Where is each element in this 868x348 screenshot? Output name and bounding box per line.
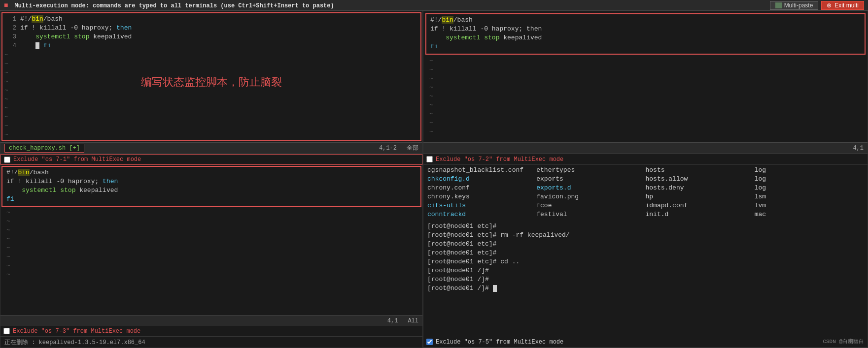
file-conntrack: conntrackd (427, 210, 536, 219)
file-cgsnapshot: cgsnapshot_blacklist.conf (427, 166, 536, 175)
checkbox-row-br5: Exclude "os 7-5" from MultiExec mode (423, 337, 868, 348)
file-hp: hp (646, 192, 755, 201)
bl-line-4: fi (4, 195, 418, 204)
term-line-4: [root@node01 etc]# (427, 249, 864, 257)
term-line-5: [root@node01 etc]# cd .. (427, 257, 864, 266)
bl-tilde-5: ~ (4, 244, 418, 253)
file-log3: log (755, 184, 864, 192)
tr-tilde-3: ~ (427, 74, 864, 83)
file-ethertypes: ethertypes (536, 166, 645, 175)
bl-tilde-6: ~ (4, 253, 418, 261)
code-area-tl[interactable]: 1 #!/bin/bash 2 if ! killall -0 haproxy;… (1, 12, 421, 141)
tilde-2: ~ (2, 60, 420, 68)
code-line-3: 3 systemctl stop keepalived (2, 33, 420, 42)
exclude-os71-checkbox[interactable] (4, 157, 10, 163)
tr-tilde-7: ~ (427, 110, 864, 119)
tr-tilde-9: ~ (427, 127, 864, 136)
top-bar-buttons: Multi-paste ⊗ Exit multi (770, 1, 864, 10)
exit-multi-button[interactable]: ⊗ Exit multi (821, 1, 864, 10)
quadrant-bottom-left: Exclude "os 7-1" from MultiExec mode #!/… (0, 154, 423, 348)
file-idmapd: idmapd.conf (646, 201, 755, 210)
logo-icon: ■ (4, 1, 8, 9)
exclude-os72-checkbox[interactable] (426, 156, 433, 162)
tilde-7: ~ (2, 104, 420, 113)
code-area-bl: #!/bin/bash if ! killall -0 haproxy; the… (1, 166, 421, 207)
top-bar: ■ Multi-execution mode: commands are typ… (0, 0, 868, 11)
file-favicon: favicon.png (536, 192, 645, 201)
term-line-8: [root@node01 /]# (427, 284, 864, 293)
status-bar-bl: 4,1 All (0, 315, 422, 326)
tilde-5: ~ (2, 86, 420, 95)
exclude-os71-label: Exclude "os 7-1" from MultiExec mode (13, 156, 141, 163)
tr-line-4: fi (428, 43, 863, 52)
checkbox-row-bl: Exclude "os 7-1" from MultiExec mode (0, 154, 422, 165)
file-listing-grid: cgsnapshot_blacklist.conf chkconfig.d ch… (423, 165, 868, 220)
file-col-1: cgsnapshot_blacklist.conf chkconfig.d ch… (427, 166, 536, 219)
tr-line-3: systemctl stop keepalived (428, 34, 863, 43)
term-line-2: [root@node01 etc]# rm -rf keepalived/ (427, 231, 864, 240)
file-chronyconf: chrony.conf (427, 184, 536, 192)
status-bar-tr: 4,1 (423, 142, 868, 153)
position-bl: 4,1 (387, 317, 398, 324)
file-col-4: log log log lsm lvm mac (755, 166, 864, 219)
cursor (493, 285, 497, 292)
paste-icon (775, 2, 782, 8)
exclude-os73-checkbox[interactable] (3, 328, 10, 334)
tilde-10: ~ (2, 130, 420, 139)
quadrant-bottom-right: Exclude "os 7-2" from MultiExec mode cgs… (423, 154, 868, 348)
code-line-1: 1 #!/bin/bash (2, 15, 420, 24)
file-exportsd: exports.d (536, 184, 645, 192)
file-initd: init.d (646, 210, 755, 219)
exclude-os72-label: Exclude "os 7-2" from MultiExec mode (436, 156, 563, 163)
tilde-8: ~ (2, 113, 420, 122)
csdn-watermark: CSDN @白幽幽白 (823, 338, 864, 345)
code-line-2: 2 if ! killall -0 haproxy; then (2, 24, 420, 33)
quadrant-top-left: 1 #!/bin/bash 2 if ! killall -0 haproxy;… (0, 11, 423, 154)
multi-paste-button[interactable]: Multi-paste (770, 1, 819, 10)
file-hostsallow: hosts.allow (646, 175, 755, 184)
exclude-os75-checkbox[interactable] (426, 339, 433, 345)
file-festival: festival (536, 210, 645, 219)
tilde-9: ~ (2, 122, 420, 130)
tr-line-2: if ! killall -0 haproxy; then (428, 25, 863, 34)
exclude-os75-label: Exclude "os 7-5" from MultiExec mode (436, 339, 563, 346)
bl-line-1: #!/bin/bash (4, 169, 418, 178)
tilde-1: ~ (2, 51, 420, 60)
bl-line-3: systemctl stop keepalived (4, 187, 418, 195)
file-col-3: hosts hosts.allow hosts.deny hp idmapd.c… (646, 166, 755, 219)
file-hosts: hosts (646, 166, 755, 175)
bl-tilde-3: ~ (4, 226, 418, 235)
terminal-area-br[interactable]: [root@node01 etc]# [root@node01 etc]# rm… (423, 220, 868, 337)
bottom-strip-bl: 正在删除 : keepalived-1.3.5-19.el7.x86_64 (0, 337, 422, 348)
file-log1: log (755, 166, 864, 175)
tilde-6: ~ (2, 95, 420, 104)
tr-line-1: #!/bin/bash (428, 16, 863, 25)
position-tr: 4,1 (853, 145, 864, 152)
tr-tilde-5: ~ (427, 92, 864, 101)
top-bar-title: ■ Multi-execution mode: commands are typ… (4, 1, 334, 9)
file-lsm: lsm (755, 192, 864, 201)
tilde-3: ~ (2, 68, 420, 77)
exit-icon: ⊗ (827, 2, 832, 9)
bl-tilde-2: ~ (4, 217, 418, 226)
tr-tilde-6: ~ (427, 101, 864, 110)
mode-bl: All (408, 317, 418, 324)
term-line-7: [root@node01 /]# (427, 275, 864, 284)
bottom-status-text: 正在删除 : keepalived-1.3.5-19.el7.x86_64 (4, 338, 145, 347)
code-area-tr: #!/bin/bash if ! killall -0 haproxy; the… (425, 13, 866, 55)
file-cifs: cifs-utils (427, 201, 536, 210)
file-log2: log (755, 175, 864, 184)
term-line-3: [root@node01 etc]# (427, 240, 864, 249)
tr-tilde-4: ~ (427, 83, 864, 92)
tr-tilde-2: ~ (427, 65, 864, 74)
file-chkconfig: chkconfig.d (427, 175, 536, 184)
filename-tl: check_haproxy.sh [+] (4, 144, 84, 153)
file-hostsdeny: hosts.deny (646, 184, 755, 192)
checkbox-row-bl3: Exclude "os 7-3" from MultiExec mode (0, 326, 422, 337)
bl-line-2: if ! killall -0 haproxy; then (4, 178, 418, 187)
file-fcoe: fcoe (536, 201, 645, 210)
exclude-os73-label: Exclude "os 7-3" from MultiExec mode (13, 328, 140, 335)
file-col-2: ethertypes exports exports.d favicon.png… (536, 166, 645, 219)
quadrant-top-right: #!/bin/bash if ! killall -0 haproxy; the… (423, 11, 868, 154)
tr-tilde-8: ~ (427, 119, 864, 127)
